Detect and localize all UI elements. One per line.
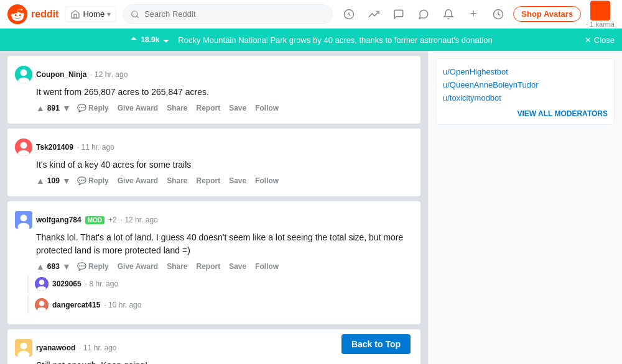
comment-thread: wolfgang784 MOD +2 · 12 hr. ago Thanks l… — [7, 201, 420, 324]
report-button[interactable]: Report — [194, 175, 223, 186]
sidebar: u/OpenHighestbot u/QueenAnneBoleynTudor … — [428, 51, 622, 364]
search-input[interactable] — [144, 9, 325, 19]
comment-body: Still not enough. Keep going! — [36, 359, 413, 364]
follow-button[interactable]: Follow — [253, 102, 281, 114]
timestamp: · 11 hr. ago — [77, 143, 114, 152]
save-button[interactable]: Save — [226, 261, 249, 272]
svg-point-6 — [21, 69, 27, 76]
avatar — [35, 277, 49, 291]
nav-icons: + Shop Avatars · 1 karma — [339, 1, 615, 28]
downvote-icon[interactable]: ▼ — [62, 176, 71, 185]
user-avatar[interactable] — [590, 1, 610, 20]
karma-badge: · 1 karma — [586, 20, 615, 28]
mod-item[interactable]: u/toxicitymodbot — [443, 91, 608, 104]
username[interactable]: Coupon_Ninja — [36, 70, 86, 79]
username[interactable]: Tsk201409 — [36, 143, 73, 152]
reddit-logo[interactable]: reddit — [7, 4, 58, 24]
comment-actions: ▲ 891 ▼ 💬 Reply Give Award Share Report … — [36, 102, 413, 114]
downvote-icon[interactable]: ▼ — [62, 262, 71, 271]
upvote-icon[interactable]: ▲ — [36, 104, 45, 112]
logo-text: reddit — [31, 9, 58, 20]
upvote-icon[interactable]: ▲ — [36, 262, 45, 271]
avatar — [15, 339, 32, 357]
give-award-button[interactable]: Give Award — [115, 261, 160, 272]
give-award-button[interactable]: Give Award — [115, 102, 160, 114]
reply-button[interactable]: 💬 Reply — [75, 175, 111, 186]
svg-point-21 — [21, 342, 27, 349]
timestamp: · 10 hr. ago — [104, 301, 141, 309]
save-button[interactable]: Save — [226, 175, 249, 186]
save-button[interactable]: Save — [226, 102, 249, 114]
announcement-vote-count: 18.9k — [129, 35, 170, 44]
give-award-button[interactable]: Give Award — [115, 175, 160, 186]
comment-actions: ▲ 683 ▼ 💬 Reply Give Award Share Report … — [36, 261, 413, 272]
comment-block: Coupon_Ninja · 12 hr. ago It went from 2… — [15, 61, 413, 119]
share-button[interactable]: Share — [164, 175, 190, 186]
reply-button[interactable]: 💬 Reply — [75, 261, 111, 272]
mod-item[interactable]: u/QueenAnneBoleynTudor — [443, 78, 608, 91]
svg-point-12 — [21, 214, 27, 221]
message-icon[interactable] — [389, 4, 409, 24]
report-button[interactable]: Report — [194, 261, 223, 272]
svg-point-15 — [39, 280, 45, 285]
announcement-title: Rocky Mountain National Park grows by 40… — [178, 35, 492, 45]
vote-count: 891 — [47, 104, 60, 112]
trending-icon[interactable] — [364, 4, 384, 24]
mod-badge: MOD — [85, 216, 104, 224]
report-button[interactable]: Report — [194, 102, 223, 114]
plus-icon[interactable]: + — [463, 4, 483, 24]
timestamp: · 11 hr. ago — [79, 344, 116, 352]
comment-header: Coupon_Ninja · 12 hr. ago — [15, 66, 413, 83]
close-button[interactable]: ✕ Close — [585, 35, 615, 45]
follow-button[interactable]: Follow — [253, 261, 281, 272]
coins-icon[interactable] — [488, 4, 508, 24]
search-bar[interactable] — [123, 4, 333, 24]
timestamp: · 12 hr. ago — [90, 70, 128, 79]
username[interactable]: wolfgang784 — [36, 216, 81, 224]
notification-icon[interactable] — [439, 4, 458, 24]
comment-body: It's kind of a key 40 acres for some tra… — [36, 158, 413, 171]
avatar — [15, 66, 32, 83]
nested-comment: 3029065 · 8 hr. ago — [27, 275, 413, 293]
collapsed-comment[interactable]: 3029065 · 8 hr. ago — [35, 275, 413, 293]
reply-button[interactable]: 💬 Reply — [75, 102, 111, 114]
comment-thread: Tsk201409 · 11 hr. ago It's kind of a ke… — [7, 129, 420, 196]
home-button[interactable]: Home ▾ — [65, 6, 116, 22]
mod-item[interactable]: u/OpenHighestbot — [443, 65, 608, 78]
chat-icon[interactable] — [414, 4, 434, 24]
back-to-top-button[interactable]: Back to Top — [341, 334, 411, 354]
main-layout: Coupon_Ninja · 12 hr. ago It went from 2… — [0, 51, 622, 364]
shop-avatars-button[interactable]: Shop Avatars — [513, 6, 581, 22]
comments-area: Coupon_Ninja · 12 hr. ago It went from 2… — [0, 51, 428, 364]
follow-button[interactable]: Follow — [253, 175, 281, 186]
timestamp: · 8 hr. ago — [85, 280, 118, 288]
upvote-icon[interactable]: ▲ — [36, 176, 45, 185]
view-all-moderators-button[interactable]: VIEW ALL MODERATORS — [443, 109, 608, 118]
username[interactable]: 3029065 — [52, 280, 81, 288]
collapsed-comment[interactable]: dangercat415 · 10 hr. ago — [35, 296, 413, 314]
comment-block: Tsk201409 · 11 hr. ago It's kind of a ke… — [15, 134, 413, 191]
home-label: Home — [83, 9, 104, 19]
comment-header: Tsk201409 · 11 hr. ago — [15, 139, 413, 156]
vote-count: 109 — [47, 176, 60, 185]
award-count: +2 — [108, 216, 117, 224]
share-button[interactable]: Share — [164, 102, 190, 114]
svg-line-2 — [137, 16, 139, 17]
mod-list: u/OpenHighestbot u/QueenAnneBoleynTudor … — [436, 58, 615, 125]
top-nav: reddit Home ▾ + Shop Avatars — [0, 0, 622, 29]
announcement-bar: 18.9k Rocky Mountain National Park grows… — [0, 29, 622, 51]
popular-icon[interactable] — [339, 4, 359, 24]
comment-block: wolfgang784 MOD +2 · 12 hr. ago Thanks l… — [15, 206, 413, 319]
avatar — [35, 298, 49, 312]
vote-buttons: ▲ 891 ▼ — [36, 104, 71, 112]
vote-count: 683 — [47, 262, 60, 271]
timestamp: · 12 hr. ago — [121, 216, 158, 224]
username[interactable]: ryanawood — [36, 344, 75, 352]
chevron-down-icon: ▾ — [107, 10, 111, 19]
svg-point-18 — [39, 301, 45, 306]
nested-comment: dangercat415 · 10 hr. ago — [27, 296, 413, 314]
username[interactable]: dangercat415 — [52, 301, 100, 309]
avatar — [15, 211, 32, 229]
share-button[interactable]: Share — [164, 261, 190, 272]
downvote-icon[interactable]: ▼ — [62, 104, 71, 112]
